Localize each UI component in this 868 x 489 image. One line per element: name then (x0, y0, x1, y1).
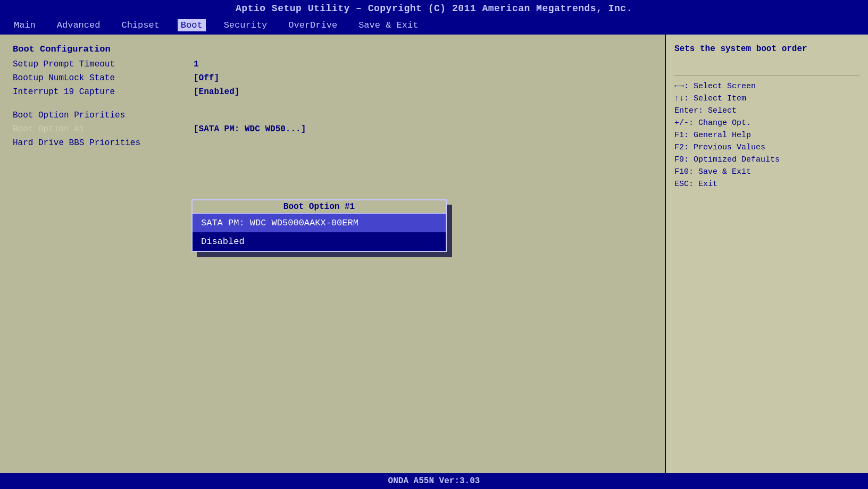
key-help-row: Enter: Select (674, 106, 859, 115)
menu-item-boot[interactable]: Boot (178, 19, 206, 31)
setting-value: [Enabled] (194, 87, 239, 97)
title-text: Aptio Setup Utility – Copyright (C) 2011… (236, 3, 632, 14)
setting-value: 1 (194, 60, 199, 69)
divider (674, 75, 859, 75)
setting-label: Bootup NumLock State (13, 73, 183, 83)
menu-item-overdrive[interactable]: OverDrive (285, 19, 340, 31)
popup-option[interactable]: SATA PM: WDC WD5000AAKX-00ERM (193, 214, 446, 232)
setting-row: Boot Option Priorities (13, 111, 652, 120)
bottom-bar: ONDA A55N Ver:3.03 (0, 473, 868, 489)
key-help-row: ESC: Exit (674, 180, 859, 189)
left-panel: Boot Configuration Setup Prompt Timeout1… (0, 35, 666, 473)
setting-row: Bootup NumLock State[Off] (13, 73, 652, 83)
bios-screen: Aptio Setup Utility – Copyright (C) 2011… (0, 0, 868, 489)
boot-option-popup[interactable]: Boot Option #1 SATA PM: WDC WD5000AAKX-0… (191, 199, 447, 252)
section-title: Boot Configuration (13, 44, 652, 54)
key-help-row: F2: Previous Values (674, 143, 859, 152)
setting-row: Boot Option #1[SATA PM: WDC WD50...] (13, 124, 652, 134)
right-panel: Sets the system boot order ←→: Select Sc… (666, 35, 868, 473)
setting-value: [SATA PM: WDC WD50...] (194, 124, 306, 134)
key-help-row: ↑↓: Select Item (674, 94, 859, 103)
menu-bar: MainAdvancedChipsetBootSecurityOverDrive… (0, 17, 868, 33)
popup-title: Boot Option #1 (193, 200, 446, 214)
key-help-row: +/-: Change Opt. (674, 119, 859, 128)
setting-label: Boot Option #1 (13, 124, 183, 134)
key-help-row: ←→: Select Screen (674, 82, 859, 91)
setting-row: Hard Drive BBS Priorities (13, 138, 652, 148)
bottom-text: ONDA A55N Ver:3.03 (388, 476, 480, 486)
content-area: Boot Configuration Setup Prompt Timeout1… (0, 33, 868, 473)
menu-item-save-and-exit[interactable]: Save & Exit (355, 19, 421, 31)
setting-row: Interrupt 19 Capture[Enabled] (13, 87, 652, 97)
setting-label: Interrupt 19 Capture (13, 87, 183, 97)
setting-value: [Off] (194, 73, 219, 83)
setting-label: Boot Option Priorities (13, 111, 183, 120)
menu-item-security[interactable]: Security (221, 19, 271, 31)
setting-label: Setup Prompt Timeout (13, 60, 183, 69)
menu-item-advanced[interactable]: Advanced (54, 19, 104, 31)
setting-row: Setup Prompt Timeout1 (13, 60, 652, 69)
setting-label: Hard Drive BBS Priorities (13, 138, 183, 148)
popup-option[interactable]: Disabled (193, 232, 446, 251)
key-help-row: F9: Optimized Defaults (674, 155, 859, 164)
help-text: Sets the system boot order (674, 44, 859, 54)
key-help-row: F1: General Help (674, 131, 859, 140)
popup-box: Boot Option #1 SATA PM: WDC WD5000AAKX-0… (191, 199, 447, 252)
key-help-row: F10: Save & Exit (674, 167, 859, 176)
menu-item-main[interactable]: Main (11, 19, 39, 31)
title-bar: Aptio Setup Utility – Copyright (C) 2011… (0, 0, 868, 17)
menu-item-chipset[interactable]: Chipset (118, 19, 162, 31)
